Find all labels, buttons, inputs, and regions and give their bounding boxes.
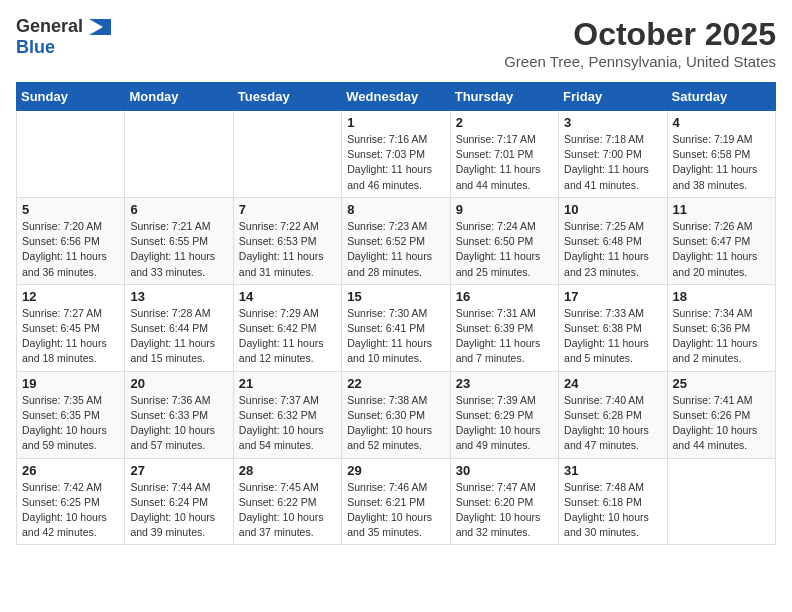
day-info: Sunrise: 7:26 AMSunset: 6:47 PMDaylight:… <box>673 219 770 280</box>
day-number: 2 <box>456 115 553 130</box>
calendar-cell: 6Sunrise: 7:21 AMSunset: 6:55 PMDaylight… <box>125 197 233 284</box>
day-info: Sunrise: 7:42 AMSunset: 6:25 PMDaylight:… <box>22 480 119 541</box>
day-number: 28 <box>239 463 336 478</box>
calendar-cell: 21Sunrise: 7:37 AMSunset: 6:32 PMDayligh… <box>233 371 341 458</box>
calendar-cell <box>233 111 341 198</box>
calendar-week-row: 5Sunrise: 7:20 AMSunset: 6:56 PMDaylight… <box>17 197 776 284</box>
day-info: Sunrise: 7:23 AMSunset: 6:52 PMDaylight:… <box>347 219 444 280</box>
calendar-week-row: 1Sunrise: 7:16 AMSunset: 7:03 PMDaylight… <box>17 111 776 198</box>
logo-general: General <box>16 16 83 37</box>
day-number: 16 <box>456 289 553 304</box>
day-number: 30 <box>456 463 553 478</box>
calendar-cell <box>667 458 775 545</box>
day-info: Sunrise: 7:30 AMSunset: 6:41 PMDaylight:… <box>347 306 444 367</box>
calendar-header-sunday: Sunday <box>17 83 125 111</box>
day-number: 9 <box>456 202 553 217</box>
calendar-header-tuesday: Tuesday <box>233 83 341 111</box>
calendar-cell: 20Sunrise: 7:36 AMSunset: 6:33 PMDayligh… <box>125 371 233 458</box>
logo: General Blue <box>16 16 111 58</box>
day-number: 15 <box>347 289 444 304</box>
day-info: Sunrise: 7:24 AMSunset: 6:50 PMDaylight:… <box>456 219 553 280</box>
day-number: 5 <box>22 202 119 217</box>
day-number: 12 <box>22 289 119 304</box>
day-info: Sunrise: 7:25 AMSunset: 6:48 PMDaylight:… <box>564 219 661 280</box>
calendar-cell <box>125 111 233 198</box>
day-number: 6 <box>130 202 227 217</box>
calendar-cell: 9Sunrise: 7:24 AMSunset: 6:50 PMDaylight… <box>450 197 558 284</box>
logo-blue: Blue <box>16 37 55 57</box>
day-info: Sunrise: 7:18 AMSunset: 7:00 PMDaylight:… <box>564 132 661 193</box>
calendar-cell: 25Sunrise: 7:41 AMSunset: 6:26 PMDayligh… <box>667 371 775 458</box>
day-info: Sunrise: 7:35 AMSunset: 6:35 PMDaylight:… <box>22 393 119 454</box>
day-info: Sunrise: 7:46 AMSunset: 6:21 PMDaylight:… <box>347 480 444 541</box>
calendar-cell: 1Sunrise: 7:16 AMSunset: 7:03 PMDaylight… <box>342 111 450 198</box>
day-number: 3 <box>564 115 661 130</box>
day-info: Sunrise: 7:17 AMSunset: 7:01 PMDaylight:… <box>456 132 553 193</box>
calendar-cell: 19Sunrise: 7:35 AMSunset: 6:35 PMDayligh… <box>17 371 125 458</box>
header: General Blue October 2025 Green Tree, Pe… <box>16 16 776 70</box>
title-area: October 2025 Green Tree, Pennsylvania, U… <box>504 16 776 70</box>
calendar-cell: 16Sunrise: 7:31 AMSunset: 6:39 PMDayligh… <box>450 284 558 371</box>
calendar-header-monday: Monday <box>125 83 233 111</box>
day-info: Sunrise: 7:20 AMSunset: 6:56 PMDaylight:… <box>22 219 119 280</box>
day-info: Sunrise: 7:34 AMSunset: 6:36 PMDaylight:… <box>673 306 770 367</box>
calendar-week-row: 12Sunrise: 7:27 AMSunset: 6:45 PMDayligh… <box>17 284 776 371</box>
day-info: Sunrise: 7:38 AMSunset: 6:30 PMDaylight:… <box>347 393 444 454</box>
calendar-cell: 22Sunrise: 7:38 AMSunset: 6:30 PMDayligh… <box>342 371 450 458</box>
calendar-cell: 8Sunrise: 7:23 AMSunset: 6:52 PMDaylight… <box>342 197 450 284</box>
calendar-cell: 12Sunrise: 7:27 AMSunset: 6:45 PMDayligh… <box>17 284 125 371</box>
day-number: 21 <box>239 376 336 391</box>
day-number: 1 <box>347 115 444 130</box>
month-title: October 2025 <box>504 16 776 53</box>
calendar-cell: 28Sunrise: 7:45 AMSunset: 6:22 PMDayligh… <box>233 458 341 545</box>
day-info: Sunrise: 7:33 AMSunset: 6:38 PMDaylight:… <box>564 306 661 367</box>
calendar-cell: 24Sunrise: 7:40 AMSunset: 6:28 PMDayligh… <box>559 371 667 458</box>
calendar-cell <box>17 111 125 198</box>
calendar-header-saturday: Saturday <box>667 83 775 111</box>
day-number: 4 <box>673 115 770 130</box>
calendar-week-row: 19Sunrise: 7:35 AMSunset: 6:35 PMDayligh… <box>17 371 776 458</box>
day-info: Sunrise: 7:45 AMSunset: 6:22 PMDaylight:… <box>239 480 336 541</box>
calendar-cell: 30Sunrise: 7:47 AMSunset: 6:20 PMDayligh… <box>450 458 558 545</box>
calendar-cell: 31Sunrise: 7:48 AMSunset: 6:18 PMDayligh… <box>559 458 667 545</box>
day-number: 20 <box>130 376 227 391</box>
day-number: 29 <box>347 463 444 478</box>
day-info: Sunrise: 7:21 AMSunset: 6:55 PMDaylight:… <box>130 219 227 280</box>
day-info: Sunrise: 7:41 AMSunset: 6:26 PMDaylight:… <box>673 393 770 454</box>
calendar-cell: 18Sunrise: 7:34 AMSunset: 6:36 PMDayligh… <box>667 284 775 371</box>
day-info: Sunrise: 7:39 AMSunset: 6:29 PMDaylight:… <box>456 393 553 454</box>
calendar-week-row: 26Sunrise: 7:42 AMSunset: 6:25 PMDayligh… <box>17 458 776 545</box>
calendar-cell: 3Sunrise: 7:18 AMSunset: 7:00 PMDaylight… <box>559 111 667 198</box>
calendar-cell: 2Sunrise: 7:17 AMSunset: 7:01 PMDaylight… <box>450 111 558 198</box>
day-number: 25 <box>673 376 770 391</box>
calendar-cell: 11Sunrise: 7:26 AMSunset: 6:47 PMDayligh… <box>667 197 775 284</box>
day-number: 18 <box>673 289 770 304</box>
day-info: Sunrise: 7:48 AMSunset: 6:18 PMDaylight:… <box>564 480 661 541</box>
calendar-cell: 17Sunrise: 7:33 AMSunset: 6:38 PMDayligh… <box>559 284 667 371</box>
day-info: Sunrise: 7:16 AMSunset: 7:03 PMDaylight:… <box>347 132 444 193</box>
calendar-cell: 29Sunrise: 7:46 AMSunset: 6:21 PMDayligh… <box>342 458 450 545</box>
calendar: SundayMondayTuesdayWednesdayThursdayFrid… <box>16 82 776 545</box>
day-info: Sunrise: 7:31 AMSunset: 6:39 PMDaylight:… <box>456 306 553 367</box>
day-number: 31 <box>564 463 661 478</box>
logo-flag-icon <box>89 19 111 35</box>
day-number: 22 <box>347 376 444 391</box>
calendar-cell: 14Sunrise: 7:29 AMSunset: 6:42 PMDayligh… <box>233 284 341 371</box>
day-number: 8 <box>347 202 444 217</box>
day-number: 19 <box>22 376 119 391</box>
calendar-cell: 23Sunrise: 7:39 AMSunset: 6:29 PMDayligh… <box>450 371 558 458</box>
day-number: 27 <box>130 463 227 478</box>
day-info: Sunrise: 7:19 AMSunset: 6:58 PMDaylight:… <box>673 132 770 193</box>
day-number: 26 <box>22 463 119 478</box>
calendar-header-wednesday: Wednesday <box>342 83 450 111</box>
calendar-header-friday: Friday <box>559 83 667 111</box>
calendar-cell: 7Sunrise: 7:22 AMSunset: 6:53 PMDaylight… <box>233 197 341 284</box>
calendar-cell: 10Sunrise: 7:25 AMSunset: 6:48 PMDayligh… <box>559 197 667 284</box>
calendar-cell: 15Sunrise: 7:30 AMSunset: 6:41 PMDayligh… <box>342 284 450 371</box>
day-info: Sunrise: 7:27 AMSunset: 6:45 PMDaylight:… <box>22 306 119 367</box>
day-number: 11 <box>673 202 770 217</box>
day-number: 17 <box>564 289 661 304</box>
calendar-cell: 26Sunrise: 7:42 AMSunset: 6:25 PMDayligh… <box>17 458 125 545</box>
day-number: 7 <box>239 202 336 217</box>
calendar-cell: 13Sunrise: 7:28 AMSunset: 6:44 PMDayligh… <box>125 284 233 371</box>
